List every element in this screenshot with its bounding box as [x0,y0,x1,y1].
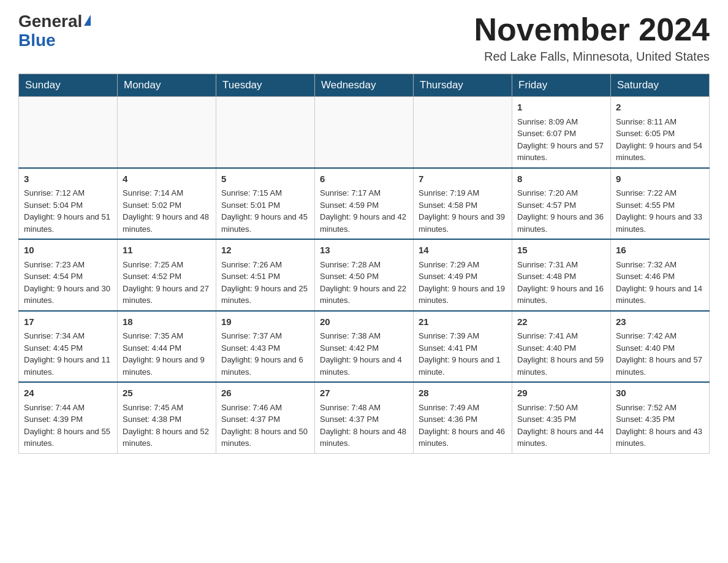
day-number: 17 [24,315,112,329]
day-number: 16 [616,243,704,258]
day-number: 15 [517,243,605,258]
calendar-week-row: 1Sunrise: 8:09 AMSunset: 6:07 PMDaylight… [19,97,710,168]
day-info: Sunrise: 7:25 AM [123,259,211,271]
day-info: Daylight: 9 hours and 48 minutes. [123,211,211,235]
day-info: Sunset: 4:51 PM [221,270,309,283]
day-info: Sunset: 4:59 PM [320,199,408,212]
day-info: Daylight: 9 hours and 54 minutes. [616,140,704,164]
calendar-cell [118,97,216,168]
day-info: Daylight: 8 hours and 57 minutes. [616,354,704,378]
day-info: Sunset: 5:04 PM [24,199,112,212]
header-saturday: Saturday [611,74,710,97]
logo: General Blue [18,12,91,50]
header-sunday: Sunday [19,74,118,97]
day-info: Sunrise: 7:26 AM [221,259,309,271]
day-info: Sunset: 4:38 PM [123,413,211,426]
logo-general: General [18,12,82,31]
calendar-cell [315,97,414,168]
day-number: 25 [123,386,211,400]
calendar-cell: 21Sunrise: 7:39 AMSunset: 4:41 PMDayligh… [414,311,512,383]
day-info: Sunrise: 7:14 AM [123,187,211,199]
calendar-cell: 20Sunrise: 7:38 AMSunset: 4:42 PMDayligh… [315,311,414,383]
day-info: Daylight: 8 hours and 59 minutes. [517,354,605,378]
day-info: Sunrise: 7:39 AM [419,330,507,342]
calendar-cell: 11Sunrise: 7:25 AMSunset: 4:52 PMDayligh… [118,239,216,311]
day-info: Sunset: 6:05 PM [616,128,704,140]
day-info: Sunset: 6:07 PM [517,128,605,140]
day-number: 27 [320,386,408,400]
day-info: Daylight: 9 hours and 39 minutes. [419,211,507,235]
day-number: 26 [221,386,309,400]
day-info: Sunrise: 7:42 AM [616,330,704,342]
day-info: Sunrise: 7:29 AM [419,259,507,271]
calendar-cell: 12Sunrise: 7:26 AMSunset: 4:51 PMDayligh… [216,239,315,311]
day-info: Daylight: 9 hours and 9 minutes. [123,354,211,378]
calendar-cell: 28Sunrise: 7:49 AMSunset: 4:36 PMDayligh… [414,382,512,453]
day-number: 30 [616,386,704,400]
header-tuesday: Tuesday [216,74,315,97]
calendar-cell: 25Sunrise: 7:45 AMSunset: 4:38 PMDayligh… [118,382,216,453]
day-info: Sunrise: 7:17 AM [320,187,408,199]
day-info: Sunrise: 7:41 AM [517,330,605,342]
day-info: Sunrise: 7:19 AM [419,187,507,199]
day-info: Sunrise: 7:15 AM [221,187,309,199]
day-info: Sunrise: 7:48 AM [320,402,408,414]
day-number: 1 [517,101,605,115]
day-number: 10 [24,243,112,258]
day-info: Daylight: 9 hours and 4 minutes. [320,354,408,378]
calendar-cell: 8Sunrise: 7:20 AMSunset: 4:57 PMDaylight… [512,168,611,240]
day-info: Daylight: 9 hours and 30 minutes. [24,283,112,307]
calendar-cell: 4Sunrise: 7:14 AMSunset: 5:02 PMDaylight… [118,168,216,240]
calendar-cell: 10Sunrise: 7:23 AMSunset: 4:54 PMDayligh… [19,239,118,311]
day-info: Daylight: 9 hours and 45 minutes. [221,211,309,235]
day-info: Daylight: 8 hours and 50 minutes. [221,426,309,450]
calendar-week-row: 3Sunrise: 7:12 AMSunset: 5:04 PMDaylight… [19,168,710,240]
calendar-cell: 26Sunrise: 7:46 AMSunset: 4:37 PMDayligh… [216,382,315,453]
day-info: Sunset: 4:37 PM [221,413,309,426]
day-info: Sunrise: 7:28 AM [320,259,408,271]
calendar-cell: 30Sunrise: 7:52 AMSunset: 4:35 PMDayligh… [611,382,710,453]
day-info: Sunset: 4:55 PM [616,199,704,212]
day-info: Sunrise: 7:50 AM [517,402,605,414]
day-info: Daylight: 9 hours and 6 minutes. [221,354,309,378]
calendar-table: Sunday Monday Tuesday Wednesday Thursday… [18,74,710,454]
day-info: Daylight: 8 hours and 43 minutes. [616,426,704,450]
header-thursday: Thursday [414,74,512,97]
header-monday: Monday [118,74,216,97]
day-number: 9 [616,172,704,186]
day-number: 18 [123,315,211,329]
calendar-cell [414,97,512,168]
day-info: Daylight: 8 hours and 46 minutes. [419,426,507,450]
day-info: Sunrise: 7:34 AM [24,330,112,342]
day-info: Sunset: 4:44 PM [123,342,211,354]
calendar-week-row: 10Sunrise: 7:23 AMSunset: 4:54 PMDayligh… [19,239,710,311]
day-info: Sunrise: 7:31 AM [517,259,605,271]
day-info: Daylight: 9 hours and 19 minutes. [419,283,507,307]
day-info: Daylight: 9 hours and 14 minutes. [616,283,704,307]
day-info: Sunset: 4:43 PM [221,342,309,354]
logo-blue: Blue [18,31,56,50]
day-info: Sunset: 4:35 PM [616,413,704,426]
calendar-cell: 27Sunrise: 7:48 AMSunset: 4:37 PMDayligh… [315,382,414,453]
day-info: Sunrise: 7:38 AM [320,330,408,342]
calendar-week-row: 17Sunrise: 7:34 AMSunset: 4:45 PMDayligh… [19,311,710,383]
day-number: 22 [517,315,605,329]
calendar-cell: 29Sunrise: 7:50 AMSunset: 4:35 PMDayligh… [512,382,611,453]
day-info: Sunset: 4:41 PM [419,342,507,354]
logo-triangle-icon [84,15,91,26]
day-number: 24 [24,386,112,400]
day-number: 4 [123,172,211,186]
calendar-cell [19,97,118,168]
day-info: Sunset: 4:52 PM [123,270,211,283]
day-info: Sunrise: 8:11 AM [616,116,704,128]
day-info: Daylight: 9 hours and 22 minutes. [320,283,408,307]
day-number: 12 [221,243,309,258]
day-info: Sunset: 4:45 PM [24,342,112,354]
day-info: Daylight: 9 hours and 11 minutes. [24,354,112,378]
day-info: Sunset: 4:57 PM [517,199,605,212]
day-number: 23 [616,315,704,329]
day-info: Daylight: 8 hours and 48 minutes. [320,426,408,450]
day-info: Sunset: 4:40 PM [517,342,605,354]
day-info: Sunrise: 7:23 AM [24,259,112,271]
day-info: Sunrise: 7:12 AM [24,187,112,199]
